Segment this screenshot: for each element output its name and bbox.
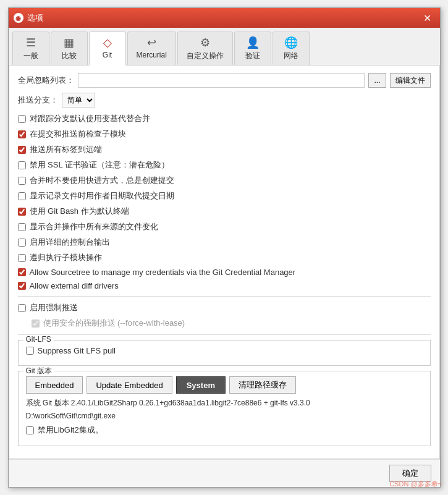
- network-icon: 🌐: [284, 36, 298, 49]
- lfs-group-title: Git-LFS: [23, 335, 54, 344]
- checkbox-disable-ssl[interactable]: [18, 161, 26, 169]
- tab-custom-actions-label: 自定义操作: [187, 51, 224, 61]
- edit-file-button[interactable]: 编辑文件: [390, 73, 431, 88]
- checkbox-suppress-lfs[interactable]: [26, 347, 34, 355]
- tab-bar: ☰ 一般 ▦ 比较 ◇ Git ↩ Mercurial ⚙ 自定义操作 👤 验证…: [9, 28, 440, 66]
- git-version-group-title: Git 版本: [23, 366, 55, 376]
- checkbox-row-8: 显示合并操作中所有来源的文件变化: [18, 221, 431, 233]
- tab-git[interactable]: ◇ Git: [89, 32, 126, 66]
- tab-general-label: 一般: [23, 51, 38, 61]
- checkbox-no-ff-label: 合并时不要使用快进方式，总是创建提交: [30, 175, 174, 186]
- clear-cache-button[interactable]: 清理路径缓存: [229, 376, 296, 394]
- title-bar-left: ◉ 选项: [14, 12, 43, 23]
- checkbox-external-diff[interactable]: [18, 282, 26, 290]
- push-branch-label: 推送分支：: [18, 95, 58, 106]
- tab-content: 全局忽略列表： ... 编辑文件 推送分支： 简单 当前 上游 匹配 对跟踪分支…: [9, 66, 440, 459]
- app-icon: ◉: [14, 13, 23, 23]
- watermark: CSDN @多多希~: [389, 480, 442, 489]
- checkbox-row-6: 显示记录文件时用作者日期取代提交日期: [18, 190, 431, 202]
- update-embedded-button[interactable]: Update Embedded: [87, 376, 172, 394]
- checkbox-verbose-console-label: 启用详细的控制台输出: [30, 237, 110, 248]
- custom-actions-icon: ⚙: [200, 36, 210, 49]
- ignore-list-row: 全局忽略列表： ... 编辑文件: [18, 73, 431, 88]
- tab-network-label: 网络: [284, 51, 298, 61]
- checkbox-git-bash-label: 使用 Git Bash 作为默认终端: [30, 206, 129, 217]
- tab-compare-label: 比较: [62, 51, 77, 61]
- checkbox-row-4: 禁用 SSL 证书验证（注意：潜在危险）: [18, 159, 431, 171]
- checkbox-recursive-submodule[interactable]: [18, 254, 26, 262]
- checkbox-push-tags-label: 推送所有标签到远端: [30, 144, 102, 155]
- general-icon: ☰: [26, 36, 36, 49]
- force-push-row: 启用强制推送: [18, 302, 431, 314]
- tab-network[interactable]: 🌐 网络: [273, 32, 310, 65]
- checkbox-force-push[interactable]: [18, 304, 26, 312]
- force-with-lease-label: 使用安全的强制推送 (--force-with-lease): [43, 318, 185, 329]
- checkbox-submodule-check-label: 在提交和推送前检查子模块: [30, 129, 126, 140]
- checkbox-row-5: 合并时不要使用快进方式，总是创建提交: [18, 174, 431, 187]
- auth-icon: 👤: [246, 36, 260, 49]
- window-title: 选项: [27, 12, 43, 23]
- suppress-lfs-label: Suppress Git LFS pull: [38, 346, 116, 355]
- embedded-button[interactable]: Embedded: [26, 376, 83, 394]
- disable-libgit2-label: 禁用LibGit2集成。: [38, 425, 103, 436]
- force-with-lease-row: 使用安全的强制推送 (--force-with-lease): [18, 317, 431, 329]
- footer: 确定: [9, 459, 440, 487]
- lfs-group: Git-LFS Suppress Git LFS pull: [18, 340, 431, 366]
- checkbox-row-2: 在提交和推送前检查子模块: [18, 128, 431, 140]
- git-version-info-line2: D:\workSoft\Git\cmd\git.exe: [26, 410, 423, 421]
- suppress-lfs-row: Suppress Git LFS pull: [26, 345, 423, 356]
- checkbox-author-date-label: 显示记录文件时用作者日期取代提交日期: [30, 190, 174, 201]
- checkbox-author-date[interactable]: [18, 192, 26, 200]
- tab-auth-label: 验证: [245, 51, 260, 61]
- git-version-info-line1: 系统 Git 版本 2.40.1/LibGit2Sharp 0.26.1+gd6…: [26, 397, 423, 408]
- checkbox-merge-sources-label: 显示合并操作中所有来源的文件变化: [30, 221, 158, 232]
- push-branch-select[interactable]: 简单 当前 上游 匹配: [62, 93, 95, 108]
- checkbox-force-with-lease[interactable]: [32, 319, 40, 328]
- git-icon: ◇: [103, 36, 112, 49]
- checkbox-merge-sources[interactable]: [18, 223, 26, 231]
- tab-mercurial[interactable]: ↩ Mercurial: [127, 32, 176, 65]
- checkbox-rebase-label: 对跟踪分支默认使用变基代替合并: [30, 113, 150, 124]
- tab-auth[interactable]: 👤 验证: [234, 32, 271, 65]
- compare-icon: ▦: [64, 36, 74, 49]
- push-branch-row: 推送分支： 简单 当前 上游 匹配: [18, 93, 431, 108]
- checkbox-row-1: 对跟踪分支默认使用变基代替合并: [18, 112, 431, 125]
- tab-custom-actions[interactable]: ⚙ 自定义操作: [177, 32, 233, 65]
- ignore-list-input[interactable]: [78, 73, 365, 88]
- tab-mercurial-label: Mercurial: [137, 51, 167, 59]
- tab-git-label: Git: [103, 51, 112, 59]
- checkbox-verbose-console[interactable]: [18, 239, 26, 247]
- checkbox-rebase[interactable]: [18, 115, 26, 123]
- force-push-label: 启用强制推送: [30, 302, 78, 313]
- tab-general[interactable]: ☰ 一般: [12, 32, 49, 65]
- browse-button[interactable]: ...: [368, 73, 386, 88]
- checkbox-row-12: Allow external diff drivers: [18, 281, 431, 291]
- version-buttons: Embedded Update Embedded System 清理路径缓存: [26, 376, 423, 394]
- checkbox-row-9: 启用详细的控制台输出: [18, 236, 431, 248]
- checkbox-no-ff[interactable]: [18, 177, 26, 185]
- divider-2: [18, 334, 431, 335]
- checkbox-disable-ssl-label: 禁用 SSL 证书验证（注意：潜在危险）: [30, 159, 169, 171]
- checkbox-push-tags[interactable]: [18, 146, 26, 154]
- checkbox-row-7: 使用 Git Bash 作为默认终端: [18, 205, 431, 218]
- mercurial-icon: ↩: [147, 36, 156, 49]
- checkbox-submodule-check[interactable]: [18, 130, 26, 138]
- close-button[interactable]: ✕: [420, 11, 435, 25]
- git-version-group: Git 版本 Embedded Update Embedded System 清…: [18, 371, 431, 446]
- checkbox-git-bash[interactable]: [18, 208, 26, 216]
- tab-compare[interactable]: ▦ 比较: [51, 32, 88, 65]
- disable-libgit2-row: 禁用LibGit2集成。: [26, 424, 423, 436]
- system-button[interactable]: System: [176, 376, 226, 394]
- options-window: ◉ 选项 ✕ ☰ 一般 ▦ 比较 ◇ Git ↩ Mercurial ⚙ 自定义…: [8, 7, 441, 488]
- ignore-list-label: 全局忽略列表：: [18, 75, 74, 86]
- checkbox-row-11: Allow Sourcetree to manage my credential…: [18, 267, 431, 277]
- checkbox-disable-libgit2[interactable]: [26, 426, 34, 434]
- divider-1: [18, 296, 431, 297]
- checkbox-external-diff-label: Allow external diff drivers: [30, 281, 119, 290]
- checkbox-credential-manager[interactable]: [18, 268, 26, 276]
- checkbox-credential-manager-label: Allow Sourcetree to manage my credential…: [30, 268, 296, 277]
- checkbox-row-10: 遵归执行子模块操作: [18, 252, 431, 264]
- checkbox-recursive-submodule-label: 遵归执行子模块操作: [30, 252, 102, 263]
- checkbox-row-3: 推送所有标签到远端: [18, 143, 431, 156]
- title-bar: ◉ 选项 ✕: [9, 8, 440, 28]
